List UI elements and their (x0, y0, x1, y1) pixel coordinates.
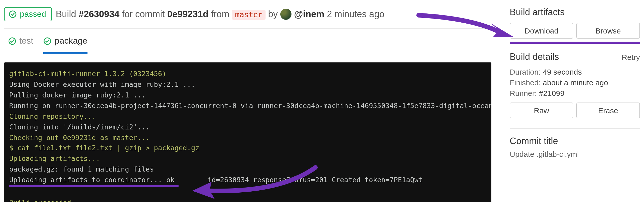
tab-package[interactable]: package (43, 36, 87, 54)
build-log[interactable]: gitlab-ci-multi-runner 1.3.2 (0323456) U… (4, 62, 491, 202)
duration-row: Duration: 49 seconds (510, 68, 640, 76)
annotation-highlight (510, 42, 640, 44)
sidebar: Build artifacts Download Browse Build de… (510, 5, 640, 202)
build-age: 2 minutes ago (324, 9, 384, 19)
raw-button[interactable]: Raw (510, 103, 573, 118)
svg-point-2 (44, 38, 51, 44)
commit-sha[interactable]: 0e99231d (167, 9, 208, 19)
commit-message: Update .gitlab-ci.yml (510, 150, 640, 158)
svg-point-1 (9, 38, 16, 44)
check-circle-icon (43, 37, 52, 45)
status-text: passed (20, 10, 46, 19)
finished-row: Finished: about a minute ago (510, 78, 640, 87)
browse-button[interactable]: Browse (576, 23, 640, 39)
user-handle[interactable]: @inem (294, 9, 324, 19)
status-badge: passed (4, 7, 52, 21)
erase-button[interactable]: Erase (576, 103, 640, 118)
build-header: passed Build #2630934 for commit 0e99231… (4, 5, 491, 29)
details-heading: Build details Retry (510, 52, 640, 62)
commit-title-heading: Commit title (510, 136, 640, 147)
check-circle-icon (8, 37, 16, 45)
download-button[interactable]: Download (510, 23, 573, 39)
branch-tag[interactable]: master (232, 10, 266, 20)
tab-test[interactable]: test (8, 36, 33, 54)
check-circle-icon (9, 10, 17, 18)
pipeline-tabs: test package (4, 29, 491, 54)
runner-row: Runner: #21099 (510, 89, 640, 97)
retry-link[interactable]: Retry (622, 53, 640, 61)
build-summary: Build #2630934 for commit 0e99231d from … (56, 9, 384, 20)
build-id[interactable]: #2630934 (79, 9, 119, 19)
svg-point-0 (9, 11, 16, 18)
artifacts-heading: Build artifacts (510, 7, 640, 18)
avatar[interactable] (280, 9, 291, 20)
